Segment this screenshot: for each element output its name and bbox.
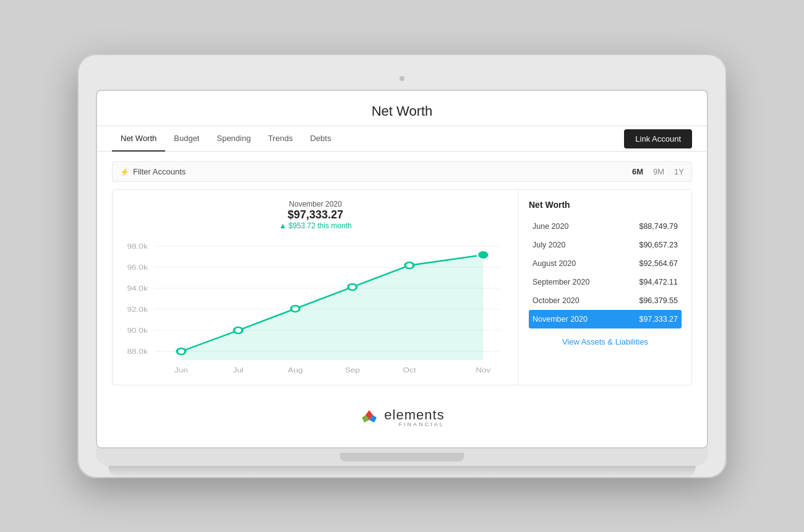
link-account-button[interactable]: Link Account (624, 129, 692, 148)
chart-svg: 98.0k 96.0k 94.0k 92.0k 90.0k 88.0k (122, 236, 508, 385)
page-title: Net Worth (97, 103, 707, 119)
camera-dot (400, 76, 404, 81)
logo-financial-text: FINANCIAL (384, 422, 444, 427)
month-label: September 2020 (532, 278, 589, 286)
time-filter-group: 6M 9M 1Y (632, 167, 684, 176)
month-label: October 2020 (532, 296, 579, 305)
data-point-jun (177, 348, 186, 354)
tooltip-date: November 2020 (122, 200, 508, 208)
data-point-jul (234, 327, 242, 333)
tab-budget[interactable]: Budget (165, 126, 208, 152)
time-filter-6m[interactable]: 6M (632, 167, 643, 176)
chart-left-panel: November 2020 $97,333.27 ▲ $953.72 this … (113, 190, 518, 385)
main-content: ⚡ Filter Accounts 6M 9M 1Y November 2020… (97, 152, 707, 395)
month-value: $94,472.11 (639, 278, 678, 286)
net-worth-table-panel: Net Worth June 2020 $88,749.79 July 2020… (518, 190, 691, 385)
svg-text:88.0k: 88.0k (127, 348, 148, 356)
time-filter-1y[interactable]: 1Y (674, 167, 684, 176)
month-label: July 2020 (532, 241, 566, 249)
month-label: August 2020 (532, 259, 576, 268)
data-point-aug (291, 306, 300, 312)
time-filter-9m[interactable]: 9M (653, 167, 664, 176)
svg-text:96.0k: 96.0k (127, 264, 148, 272)
table-row-highlighted[interactable]: November 2020 $97,333.27 (529, 310, 682, 328)
laptop-base (96, 448, 708, 466)
data-point-nov (477, 251, 489, 259)
table-row: October 2020 $96,379.55 (529, 291, 682, 310)
svg-text:94.0k: 94.0k (127, 285, 148, 293)
laptop-screen: Net Worth Net Worth Budget Spending Tren… (96, 90, 708, 448)
svg-text:Nov: Nov (476, 367, 490, 374)
net-worth-table-title: Net Worth (529, 200, 682, 210)
filter-icon: ⚡ (120, 168, 129, 176)
tab-trends[interactable]: Trends (259, 126, 301, 152)
month-value: $88,749.79 (639, 222, 678, 231)
nav-tabs: Net Worth Budget Spending Trends Debts (112, 126, 340, 151)
month-label: June 2020 (532, 222, 568, 231)
filter-bar: ⚡ Filter Accounts 6M 9M 1Y (112, 161, 692, 182)
tab-net-worth[interactable]: Net Worth (112, 126, 165, 152)
svg-text:90.0k: 90.0k (127, 327, 148, 335)
svg-text:Jul: Jul (233, 367, 244, 374)
tab-debts[interactable]: Debts (301, 126, 340, 152)
logo-elements-text: elements (384, 408, 444, 422)
svg-text:Aug: Aug (288, 367, 302, 374)
view-assets-link[interactable]: View Assets & Liabilities (529, 337, 682, 346)
tooltip-change: ▲ $953.72 this month (122, 221, 508, 230)
svg-text:Oct: Oct (403, 367, 416, 374)
chart-area: November 2020 $97,333.27 ▲ $953.72 this … (112, 189, 692, 385)
month-value: $90,657.23 (639, 241, 678, 249)
filter-accounts-label[interactable]: Filter Accounts (133, 167, 186, 176)
app-header: Net Worth (97, 91, 707, 126)
laptop-shadow (108, 466, 696, 478)
laptop-base-indent (340, 453, 464, 461)
line-chart: 98.0k 96.0k 94.0k 92.0k 90.0k 88.0k (122, 236, 508, 385)
month-label-active: November 2020 (532, 315, 588, 324)
month-value: $92,564.67 (639, 259, 678, 268)
data-point-oct (405, 262, 414, 268)
svg-text:98.0k: 98.0k (127, 243, 148, 251)
data-point-sep (348, 284, 357, 290)
table-row: July 2020 $90,657.23 (529, 236, 682, 254)
tab-spending[interactable]: Spending (208, 126, 259, 152)
svg-text:92.0k: 92.0k (127, 306, 148, 314)
logo-icon (359, 408, 379, 427)
chart-tooltip: November 2020 $97,333.27 ▲ $953.72 this … (122, 200, 508, 230)
month-value-active: $97,333.27 (639, 315, 678, 324)
table-row: August 2020 $92,564.67 (529, 254, 682, 273)
svg-text:Jun: Jun (174, 367, 188, 374)
net-worth-table: June 2020 $88,749.79 July 2020 $90,657.2… (529, 217, 682, 328)
svg-text:Sep: Sep (345, 367, 361, 374)
logo-area: elements FINANCIAL (97, 395, 707, 440)
camera-area (96, 72, 708, 84)
logo-text: elements FINANCIAL (384, 408, 444, 427)
table-row: September 2020 $94,472.11 (529, 273, 682, 291)
laptop-frame: Net Worth Net Worth Budget Spending Tren… (77, 54, 727, 478)
chart-area-fill (181, 255, 483, 360)
month-value: $96,379.55 (639, 296, 678, 305)
nav-bar: Net Worth Budget Spending Trends Debts L… (97, 126, 707, 152)
tooltip-value: $97,333.27 (122, 208, 508, 221)
table-row: June 2020 $88,749.79 (529, 217, 682, 236)
filter-accounts-left: ⚡ Filter Accounts (120, 167, 186, 176)
